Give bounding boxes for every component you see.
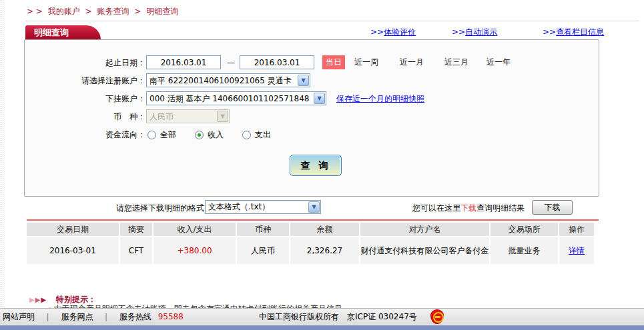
quick-range-year-button[interactable]: 近一年 (487, 55, 511, 69)
sub-account-select[interactable]: 000 活期 基本户 1406600101102571848 ▼ (146, 91, 326, 105)
query-form-panel: 起止日期： — 当日 近一周 近一月 近三月 近一年 请选择注册账户： 南平 6… (24, 39, 599, 197)
left-perforation-decoration (0, 0, 5, 308)
col-header-date: 交易日期 (27, 223, 119, 236)
cell-counterparty: 财付通支付科技有限公司客户备付金 (360, 237, 489, 264)
link-label: 查看栏目信息 (556, 27, 604, 37)
chevron-down-icon[interactable]: ▼ (308, 201, 320, 213)
breadcrumb-separator: > (134, 7, 141, 16)
footer-bar: 网站声明 ｜ 服务网点 ｜ 服务热线 95588 中国工商银行版权所有 京ICP… (0, 308, 644, 325)
link-auto-demo[interactable]: >>自动演示 (452, 27, 497, 38)
radio-income-label: 收入 (208, 127, 224, 142)
table-top-rule (27, 219, 599, 221)
footer-link-site-statement[interactable]: 网站声明 (3, 312, 35, 321)
breadcrumb-prefix-icon: > > (27, 7, 43, 16)
sub-account-value: 000 活期 基本户 1406600101102571848 (147, 91, 313, 106)
notice-arrow-icon: ▶ (35, 296, 41, 303)
footer-hotline-number: 95588 (158, 312, 184, 321)
download-format-value: 文本格式（.txt） (206, 201, 308, 213)
radio-checked-icon[interactable] (195, 131, 204, 139)
footer-separator: ｜ (102, 312, 110, 321)
registered-account-select[interactable]: 南平 6222001406100921065 灵通卡 ▼ (146, 73, 310, 87)
link-experience-rating[interactable]: >>体验评价 (370, 27, 416, 38)
cell-date: 2016-03-01 (27, 237, 119, 264)
registered-account-label: 请选择注册账户： (25, 73, 145, 88)
cell-summary: CFT (120, 237, 152, 264)
footer-copyright: 中国工商银行版权所有 京ICP证 030247号 (259, 311, 417, 323)
chevron-down-icon[interactable]: ▼ (298, 75, 309, 86)
sub-account-row: 下挂账户： 000 活期 基本户 1406600101102571848 ▼ 保… (25, 91, 599, 106)
col-header-venue: 交易场所 (491, 223, 558, 236)
security-emblem-icon (430, 309, 444, 324)
quick-range-today-button[interactable]: 当日 (322, 55, 345, 69)
link-arrow-prefix: >> (370, 27, 384, 37)
radio-icon[interactable] (242, 131, 251, 139)
notice-arrow-icon: ▶ (29, 296, 35, 303)
results-table: 交易日期 摘要 收入/支出 币种 余额 对方户名 交易场所 操作 2016-03… (27, 223, 594, 264)
col-header-counterparty: 对方户名 (360, 223, 489, 236)
download-hint: 您可以在这里下载查询明细结果 (412, 201, 525, 215)
link-arrow-prefix: >> (452, 27, 465, 37)
link-label: 体验评价 (384, 27, 416, 37)
registered-account-row: 请选择注册账户： 南平 6222001406100921065 灵通卡 ▼ (25, 73, 599, 88)
quick-range-month-button[interactable]: 近一月 (400, 55, 424, 69)
download-hint-prefix: 您可以在这里 (412, 203, 460, 213)
col-header-currency: 币种 (237, 223, 289, 236)
footer-links: 网站声明 ｜ 服务网点 ｜ 服务热线 95588 (3, 311, 184, 323)
col-header-amount: 收入/支出 (153, 223, 236, 236)
breadcrumb-divider (25, 21, 639, 21)
radio-icon[interactable] (147, 131, 156, 139)
link-arrow-prefix: >> (543, 27, 556, 37)
sub-account-label: 下挂账户： (25, 91, 145, 106)
radio-all-label: 全部 (160, 127, 176, 142)
breadcrumb: > > 我的账户 > 账务查询 > 明细查询 (27, 6, 181, 17)
cell-amount: +380.00 (153, 237, 236, 264)
fund-flow-label: 资金流向： (25, 127, 145, 142)
radio-all[interactable]: 全部 (147, 127, 176, 142)
download-hint-suffix: 查询明细结果 (476, 203, 525, 213)
col-header-balance: 余额 (290, 223, 359, 236)
icbc-detail-query-page: > > 我的账户 > 账务查询 > 明细查询 明细查询 >>体验评价 >>自动演… (0, 0, 644, 330)
breadcrumb-item-detail-query[interactable]: 明细查询 (146, 7, 178, 16)
radio-expense-label: 支出 (255, 127, 271, 142)
cell-currency: 人民币 (237, 237, 289, 264)
query-button[interactable]: 查 询 (290, 155, 342, 176)
cell-balance: 2,326.27 (290, 237, 359, 264)
save-snapshot-link[interactable]: 保存近一个月的明细快照 (336, 91, 424, 106)
notice-title: 特别提示： (56, 295, 96, 304)
footer-separator: ｜ (44, 312, 52, 321)
col-header-action: 操作 (559, 223, 594, 236)
download-button[interactable]: 下载 (532, 200, 573, 215)
link-label: 自动演示 (465, 27, 497, 37)
col-header-summary: 摘要 (120, 223, 152, 236)
breadcrumb-separator: > (85, 7, 92, 16)
link-view-column-info[interactable]: >>查看栏目信息 (543, 27, 604, 38)
currency-value: 人民币 (147, 109, 216, 124)
date-from-input[interactable] (146, 55, 221, 69)
chevron-down-icon[interactable]: ▼ (314, 93, 325, 104)
footer-link-service-outlets[interactable]: 服务网点 (61, 312, 93, 321)
radio-expense[interactable]: 支出 (242, 127, 271, 142)
radio-income[interactable]: 收入 (195, 127, 224, 142)
quick-range-quarter-button[interactable]: 近三月 (444, 55, 468, 69)
fund-flow-row: 资金流向： 全部 收入 支出 (25, 127, 599, 142)
date-separator: — (227, 55, 235, 70)
breadcrumb-item-account-inquiry[interactable]: 账务查询 (97, 7, 129, 16)
footer-hotline-label: 服务热线 (119, 312, 151, 321)
date-to-input[interactable] (240, 55, 314, 69)
download-format-label: 请您选择下载明细的格式 (67, 201, 204, 215)
page-title-tab: 明细查询 (25, 25, 101, 39)
currency-select-disabled: 人民币 ▼ (146, 109, 230, 123)
fund-flow-options: 全部 收入 支出 (147, 127, 290, 142)
date-range-row: 起止日期： — 当日 近一周 近一月 近三月 近一年 (25, 55, 599, 70)
registered-account-value: 南平 6222001406100921065 灵通卡 (147, 73, 297, 88)
quick-range-week-button[interactable]: 近一周 (354, 55, 378, 69)
chevron-down-icon: ▼ (217, 111, 228, 122)
download-hint-link[interactable]: 下载 (460, 203, 476, 213)
detail-link[interactable]: 详情 (569, 245, 585, 256)
breadcrumb-item-my-account[interactable]: 我的账户 (48, 7, 80, 16)
currency-label: 币 种： (25, 109, 145, 124)
date-range-label: 起止日期： (25, 55, 145, 70)
download-format-select[interactable]: 文本格式（.txt） ▼ (205, 200, 321, 214)
notice-arrow-icon: ▶ (41, 296, 46, 303)
currency-row: 币 种： 人民币 ▼ (25, 109, 599, 124)
